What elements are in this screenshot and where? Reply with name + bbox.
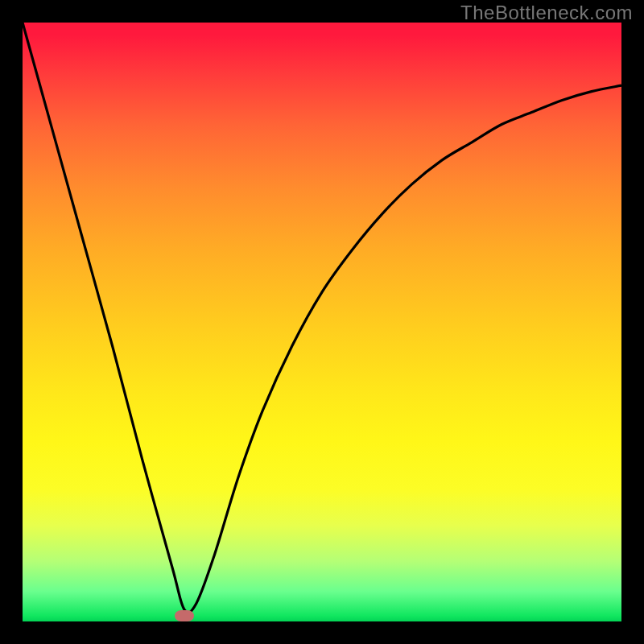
optimal-point-marker bbox=[175, 610, 194, 621]
bottleneck-curve-path bbox=[23, 23, 621, 613]
bottleneck-curve-svg bbox=[23, 23, 621, 621]
watermark-text: TheBottleneck.com bbox=[460, 2, 633, 24]
chart-frame: TheBottleneck.com bbox=[0, 0, 644, 644]
